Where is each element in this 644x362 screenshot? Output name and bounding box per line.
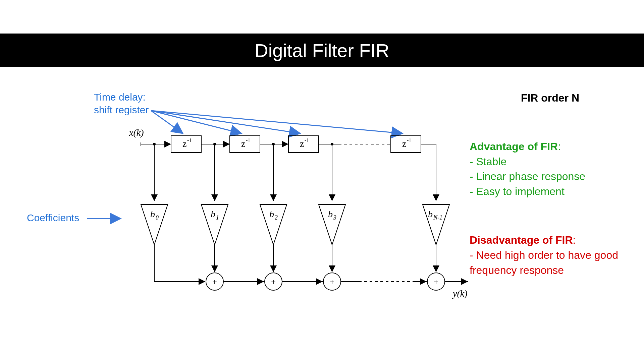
svg-text:z: z <box>182 138 186 149</box>
coeff-triangle: b 2 <box>260 204 287 245</box>
delay-block: z -1 <box>230 136 260 153</box>
fir-diagram: Time delay: shift register Coefficients … <box>17 77 470 328</box>
node-dot <box>331 143 333 145</box>
sum-node: + <box>427 273 445 290</box>
coeff-triangle: b 3 <box>319 204 345 245</box>
svg-text:N-1: N-1 <box>433 214 442 221</box>
input-label: x(k) <box>129 127 144 138</box>
coefficients-label: Coefficients <box>27 212 79 223</box>
node-dot <box>213 143 216 145</box>
sum-node: + <box>265 273 282 290</box>
svg-text:2: 2 <box>275 214 278 221</box>
sum-node: + <box>323 273 341 290</box>
coeff-triangle: b 0 <box>141 204 168 245</box>
advantage-item: - Stable <box>470 154 631 169</box>
advantage-item: - Linear phase response <box>470 169 631 184</box>
svg-text:b: b <box>211 209 215 219</box>
svg-text:0: 0 <box>156 214 159 221</box>
delay-block: z -1 <box>391 136 421 153</box>
svg-text:3: 3 <box>333 214 336 221</box>
disadvantage-item: - Need high order to have good frequency… <box>470 248 631 278</box>
advantage-block: Advantage of FIR: - Stable - Linear phas… <box>470 139 631 199</box>
svg-text:+: + <box>271 277 276 286</box>
coeff-triangle: b N-1 <box>423 204 449 245</box>
output-label: y(k) <box>452 288 468 299</box>
svg-text:b: b <box>328 209 333 219</box>
delay-block: z -1 <box>288 136 319 153</box>
sum-node: + <box>206 273 223 290</box>
time-delay-label: Time delay: <box>94 92 146 103</box>
disadvantage-block: Disadvantage of FIR: - Need high order t… <box>470 233 631 278</box>
delay-block: z -1 <box>171 136 201 153</box>
svg-text:-1: -1 <box>246 137 250 143</box>
annotation-arrow <box>151 111 183 133</box>
svg-text:z: z <box>241 138 245 149</box>
disadvantage-heading: Disadvantage of FIR <box>470 234 573 246</box>
svg-text:-1: -1 <box>305 137 309 143</box>
advantage-item: - Easy to implement <box>470 184 631 199</box>
svg-text:1: 1 <box>216 214 219 221</box>
svg-text:+: + <box>434 277 438 286</box>
shift-register-label: shift register <box>94 104 149 115</box>
svg-text:z: z <box>300 138 304 149</box>
side-panel: FIR order N Advantage of FIR: - Stable -… <box>470 90 631 278</box>
order-label: FIR order N <box>470 90 631 106</box>
svg-text:b: b <box>269 209 274 219</box>
node-dot <box>153 143 156 145</box>
title-text: Digital Filter FIR <box>255 40 389 61</box>
page-title: Digital Filter FIR <box>0 34 644 67</box>
svg-text:b: b <box>150 209 155 219</box>
svg-text:-1: -1 <box>187 137 192 143</box>
svg-text:+: + <box>330 277 334 286</box>
advantage-heading: Advantage of FIR <box>470 140 558 153</box>
svg-text:+: + <box>212 277 217 286</box>
svg-text:-1: -1 <box>407 137 411 143</box>
svg-text:z: z <box>402 138 406 149</box>
node-dot <box>272 143 275 145</box>
svg-text:b: b <box>428 209 433 219</box>
coeff-triangle: b 1 <box>201 204 228 245</box>
